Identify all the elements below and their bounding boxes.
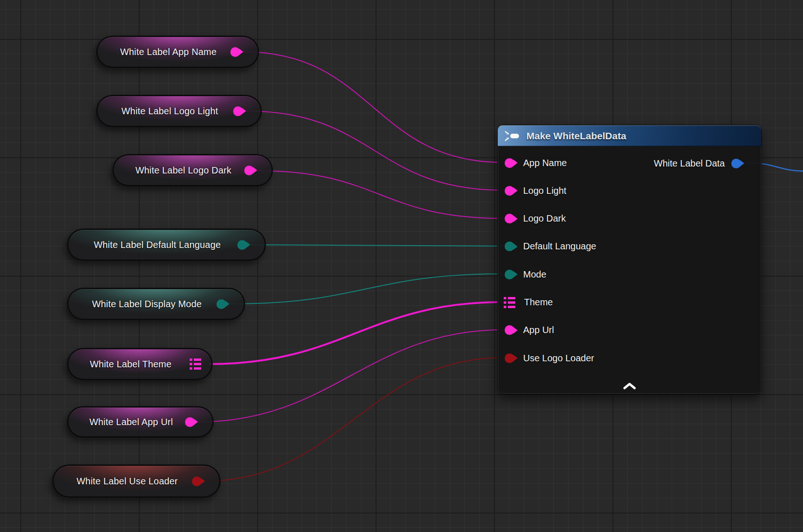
- wire-enum: [229, 274, 503, 304]
- wire-bool: [205, 358, 503, 481]
- input-pin-label: Logo Dark: [523, 213, 566, 224]
- input-pin-label: Default Language: [523, 241, 596, 252]
- input-pin[interactable]: [505, 270, 514, 279]
- variable-getter-white-label-display-mode[interactable]: White Label Display Mode: [67, 288, 245, 320]
- output-pin-row: White Label Data: [654, 155, 761, 171]
- input-pin-row-logo-dark: Logo Dark: [498, 211, 761, 227]
- input-pin-row-mode: Mode: [498, 266, 761, 282]
- variable-getter-label: White Label Default Language: [82, 240, 252, 250]
- variable-getter-label: White Label Display Mode: [80, 299, 232, 309]
- variable-getter-white-label-app-url[interactable]: White Label App Url: [67, 406, 214, 438]
- input-pin-row-use-logo-loader: Use Logo Loader: [498, 350, 761, 366]
- input-pin[interactable]: [505, 325, 514, 335]
- getter-output-pin[interactable]: [216, 299, 226, 309]
- variable-getter-white-label-app-name[interactable]: White Label App Name: [96, 36, 259, 68]
- input-pin-label: App Name: [523, 158, 567, 168]
- input-pin[interactable]: [505, 186, 514, 196]
- input-pin[interactable]: [505, 241, 514, 251]
- input-pin-label: Logo Light: [523, 186, 566, 196]
- getter-output-struct-pin-icon[interactable]: [190, 359, 201, 370]
- make-struct-icon: [504, 130, 521, 142]
- wire-struct: [209, 302, 503, 364]
- output-pin-label: White Label Data: [654, 158, 725, 169]
- getter-output-pin[interactable]: [233, 106, 243, 116]
- input-pin[interactable]: [505, 158, 514, 168]
- input-pin[interactable]: [505, 214, 514, 223]
- variable-getter-label: White Label App Name: [108, 47, 247, 57]
- make-whitelabeldata-node[interactable]: Make WhiteLabelData App NameLogo LightLo…: [497, 125, 762, 394]
- variable-getter-label: White Label Use Loader: [65, 476, 209, 487]
- wire-string: [198, 330, 503, 422]
- node-title: Make WhiteLabelData: [526, 130, 626, 142]
- input-pin-row-theme: Theme: [498, 295, 761, 310]
- input-pin-label: App Url: [523, 325, 554, 335]
- variable-getter-white-label-logo-light[interactable]: White Label Logo Light: [96, 95, 262, 127]
- input-pin-label: Use Logo Loader: [523, 353, 594, 364]
- variable-getter-label: White Label App Url: [77, 417, 204, 427]
- variable-getter-white-label-default-language[interactable]: White Label Default Language: [67, 229, 266, 261]
- getter-output-pin[interactable]: [230, 47, 240, 57]
- getter-output-pin[interactable]: [192, 476, 202, 486]
- input-struct-pin-icon[interactable]: [504, 297, 515, 308]
- getter-output-pin[interactable]: [185, 417, 195, 427]
- input-pin-row-app-url: App Url: [498, 322, 761, 338]
- getter-output-pin[interactable]: [244, 166, 254, 175]
- variable-getter-white-label-theme[interactable]: White Label Theme: [67, 348, 213, 380]
- variable-getter-label: White Label Theme: [78, 359, 202, 370]
- input-pin[interactable]: [505, 353, 514, 363]
- input-pin-label: Mode: [523, 269, 546, 280]
- variable-getter-white-label-use-loader[interactable]: White Label Use Loader: [52, 464, 221, 498]
- variable-getter-label: White Label Logo Dark: [124, 165, 262, 176]
- input-pin-row-logo-light: Logo Light: [498, 183, 761, 198]
- output-pin[interactable]: [731, 159, 741, 168]
- wire-string: [243, 52, 503, 162]
- getter-output-pin[interactable]: [237, 240, 247, 250]
- wire-string: [246, 111, 503, 190]
- node-header[interactable]: Make WhiteLabelData: [498, 125, 761, 146]
- blueprint-canvas[interactable]: White Label App NameWhite Label Logo Lig…: [0, 0, 803, 532]
- variable-getter-label: White Label Logo Light: [110, 106, 249, 117]
- chevron-up-icon: [622, 382, 637, 390]
- input-pin-label: Theme: [524, 297, 553, 308]
- collapse-node-button[interactable]: [619, 381, 640, 391]
- variable-getter-white-label-logo-dark[interactable]: White Label Logo Dark: [112, 154, 273, 186]
- wire-string: [257, 171, 503, 218]
- input-pin-row-default-language: Default Language: [498, 239, 761, 254]
- wire-enum: [250, 245, 503, 246]
